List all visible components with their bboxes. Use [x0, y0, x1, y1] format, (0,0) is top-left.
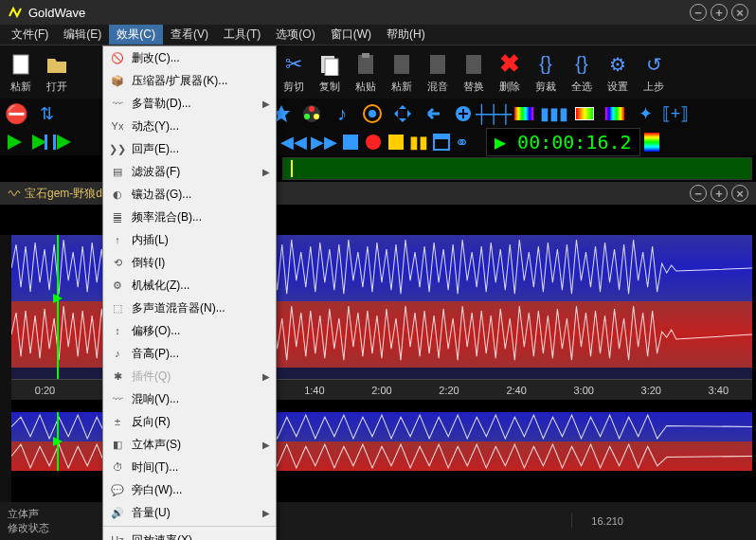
circle-arrows-icon[interactable]: [451, 101, 476, 126]
dropdown-item[interactable]: Hz回放速率(X)...: [103, 529, 276, 540]
spectrum2-icon[interactable]: [603, 101, 627, 126]
dropdown-item[interactable]: ⬚多声道混音器(N)...: [103, 297, 276, 319]
mix-button[interactable]: 混音: [421, 49, 455, 95]
note-icon[interactable]: ♪: [330, 101, 354, 126]
svg-rect-21: [343, 135, 358, 150]
delete-button[interactable]: ✖删除: [493, 49, 527, 95]
arrow-left-icon[interactable]: [421, 101, 445, 126]
copy-button[interactable]: 复制: [313, 49, 347, 95]
play-green-button[interactable]: [4, 132, 25, 153]
select-all-button[interactable]: {}全选: [565, 49, 599, 95]
no-entry-icon[interactable]: ⛔: [4, 101, 28, 126]
menu-bar: 文件(F) 编辑(E) 效果(C) 查看(V) 工具(T) 选项(O) 窗口(W…: [0, 25, 756, 45]
replace-button[interactable]: 替换: [457, 49, 491, 95]
dropdown-item[interactable]: ䷀频率混合(B)...: [103, 206, 276, 228]
doc-close-button[interactable]: ×: [731, 185, 748, 202]
overview-cursor[interactable]: [57, 412, 59, 471]
pause-button[interactable]: ▮▮: [409, 132, 428, 153]
stop-yellow-button[interactable]: [387, 133, 405, 152]
target-icon[interactable]: [360, 101, 385, 126]
paste-button[interactable]: 粘贴: [349, 49, 383, 95]
play-marker-button[interactable]: [53, 132, 74, 153]
play-cursor[interactable]: [57, 235, 59, 379]
doc-maximize-button[interactable]: +: [711, 185, 728, 202]
dropdown-item[interactable]: ◧立体声(S)▶: [103, 433, 276, 456]
channel-sidebar: [0, 235, 11, 502]
app-icon: [8, 5, 23, 20]
dropdown-item[interactable]: Yx动态(Y)...: [103, 115, 276, 137]
dropdown-item[interactable]: ♪音高(P)...: [103, 342, 276, 365]
spectrum-icon[interactable]: [512, 101, 536, 126]
dropdown-item[interactable]: ▤滤波器(F)▶: [103, 160, 276, 183]
dropdown-item[interactable]: 🔊音量(U)▶: [103, 501, 276, 524]
dropdown-item-icon: 〰: [109, 390, 126, 407]
play-blue-button[interactable]: [28, 132, 49, 153]
trim-button[interactable]: {}剪裁: [529, 49, 563, 95]
dropdown-item-icon: 🚫: [109, 49, 126, 66]
menu-options[interactable]: 选项(O): [268, 25, 322, 45]
dropdown-item[interactable]: ±反向(R): [103, 410, 276, 433]
dropdown-item[interactable]: ❯❯回声(E)...: [103, 137, 276, 160]
menu-edit[interactable]: 编辑(E): [56, 25, 109, 45]
dropdown-item[interactable]: 〰混响(V)...: [103, 387, 276, 410]
step-up-button[interactable]: ↺上步: [637, 49, 671, 95]
maximize-button[interactable]: +: [711, 4, 728, 21]
dropdown-item[interactable]: 🚫删改(C)...: [103, 46, 276, 69]
stop-blue-button[interactable]: [341, 133, 360, 152]
dropdown-item-label: 混响(V)...: [132, 391, 270, 407]
svg-point-12: [314, 114, 319, 119]
forward-button[interactable]: ▶▶: [311, 132, 337, 153]
dropdown-item[interactable]: ↑内插(L): [103, 228, 276, 251]
menu-window[interactable]: 窗口(W): [323, 25, 379, 45]
record-button[interactable]: [364, 133, 383, 152]
paste-new2-button[interactable]: 粘新: [385, 49, 419, 95]
menu-tools[interactable]: 工具(T): [216, 25, 268, 45]
svg-marker-19: [57, 135, 71, 150]
dropdown-item-label: 倒转(I): [132, 255, 270, 271]
window-icon[interactable]: [432, 133, 451, 152]
dropdown-item[interactable]: 💬旁白(W)...: [103, 478, 276, 501]
dropdown-item-label: 压缩器/扩展器(K)...: [132, 73, 270, 89]
bars-icon[interactable]: ▮▮▮: [542, 101, 567, 126]
menu-view[interactable]: 查看(V): [163, 25, 216, 45]
doc-minimize-button[interactable]: −: [690, 185, 707, 202]
link-icon[interactable]: ⚭: [455, 132, 469, 153]
dropdown-item[interactable]: 〰多普勒(D)...▶: [103, 92, 276, 115]
paste-new-button[interactable]: 粘新: [4, 49, 38, 95]
equalizer-icon[interactable]: ┼┼┼: [481, 101, 506, 126]
color-wheel-icon[interactable]: [299, 101, 324, 126]
dropdown-item-icon: ❯❯: [109, 140, 126, 157]
dropdown-item-label: 多普勒(D)...: [132, 96, 257, 112]
close-button[interactable]: ×: [731, 4, 748, 21]
menu-file[interactable]: 文件(F): [4, 25, 56, 45]
arrows-io-icon[interactable]: ⇅: [34, 101, 59, 126]
svg-rect-25: [434, 135, 449, 139]
dropdown-item[interactable]: ◐镶边器(G)...: [103, 183, 276, 206]
arrows-expand-icon[interactable]: [390, 101, 415, 126]
scissors-icon: ✂: [280, 51, 307, 78]
dropdown-item-icon: ↑: [109, 231, 126, 248]
minimize-button[interactable]: −: [690, 4, 707, 21]
status-time: 16.210: [571, 513, 642, 529]
dropdown-item[interactable]: ⚙机械化(Z)...: [103, 274, 276, 297]
rewind-button[interactable]: ◀◀: [280, 132, 307, 153]
copy-icon: [318, 53, 341, 76]
settings-button[interactable]: ⚙设置: [601, 49, 635, 95]
timer-spectrum-icon[interactable]: [644, 133, 659, 152]
plus-bracket-icon[interactable]: ⟦+⟧: [663, 101, 688, 126]
svg-rect-23: [388, 135, 404, 150]
flag-icon[interactable]: [572, 101, 597, 126]
svg-rect-18: [45, 135, 47, 150]
spark-icon[interactable]: ✦: [633, 101, 657, 126]
dropdown-item[interactable]: ✱插件(Q)▶: [103, 365, 276, 387]
dropdown-item[interactable]: ⏱时间(T)...: [103, 456, 276, 478]
dropdown-item[interactable]: 📦压缩器/扩展器(K)...: [103, 69, 276, 92]
braces-all-icon: {}: [568, 51, 595, 78]
menu-effect[interactable]: 效果(C): [109, 25, 163, 45]
menu-help[interactable]: 帮助(H): [379, 25, 433, 45]
cut-button[interactable]: ✂剪切: [277, 49, 311, 95]
dropdown-item-label: 内插(L): [132, 232, 270, 248]
dropdown-item[interactable]: ⟲倒转(I): [103, 251, 276, 274]
dropdown-item[interactable]: ↕偏移(O)...: [103, 319, 276, 342]
open-button[interactable]: 打开: [40, 49, 74, 95]
